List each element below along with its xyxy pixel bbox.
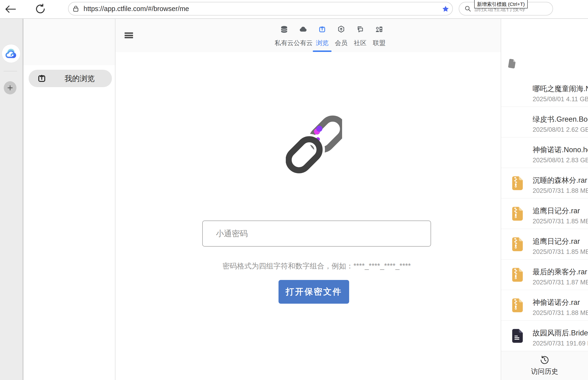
file-meta: 2025/07/31 1.85 MB (533, 218, 588, 225)
file-name: 神偷诺诺分.rar (533, 299, 588, 306)
dark-document-icon (512, 329, 523, 343)
tab-label: 社区 (354, 40, 367, 46)
file-history-panel: 哪吒之魔童闹海.Ne 2025/08/01 4.11 GB 绿皮书.Green.… (501, 19, 588, 380)
list-item[interactable]: 追鹰日记分.rar 2025/07/31 1.85 MB (501, 229, 588, 260)
list-item[interactable]: 绿皮书.Green.Book 2025/08/01 2.62 GB (501, 107, 588, 137)
menu-hamburger-button[interactable] (125, 32, 133, 38)
sidebar: 我的浏览 (23, 19, 115, 380)
rar-archive-icon (512, 207, 523, 221)
sidebar-item-label: 我的浏览 (57, 70, 112, 87)
search-icon (464, 5, 471, 12)
visit-history-label: 访问历史 (531, 367, 558, 376)
file-name: 哪吒之魔童闹海.Ne (533, 85, 588, 93)
member-icon (337, 25, 345, 34)
nav-tab[interactable]: 浏览 (313, 25, 331, 52)
database-icon (280, 25, 288, 34)
password-input[interactable] (202, 221, 431, 247)
tab-active-underline (294, 51, 313, 52)
rail-divider (3, 71, 17, 71)
sidebar-header-strip (23, 19, 115, 65)
file-meta: 2025/07/31 1.87 MB (533, 279, 588, 286)
tab-active-underline (370, 51, 389, 52)
nav-tab[interactable]: 会员 (332, 25, 350, 52)
file-meta: 2025/07/31 1.88 MB (533, 309, 588, 316)
list-item[interactable]: 沉睡的森林分.rar 2025/07/31 1.88 MB (501, 168, 588, 198)
new-tab-tooltip: 新增索引標籤 (Ctrl+T) (474, 0, 528, 8)
list-item[interactable]: 最后的乘客分.rar 2025/07/31 1.87 MB (501, 260, 588, 290)
visit-history-button[interactable]: 访问历史 (501, 351, 588, 380)
tab-active-underline (351, 51, 370, 52)
document-icon (508, 58, 517, 69)
bookmark-star-button[interactable] (442, 5, 449, 12)
app-logo[interactable] (2, 44, 20, 63)
rar-archive-icon (512, 237, 523, 251)
file-list: 哪吒之魔童闹海.Ne 2025/08/01 4.11 GB 绿皮书.Green.… (501, 76, 588, 351)
list-item[interactable]: 神偷诺诺分.rar 2025/07/31 1.88 MB (501, 290, 588, 321)
file-name: 故园风雨后.Bridesh (533, 329, 588, 337)
list-item[interactable]: 哪吒之魔童闹海.Ne 2025/08/01 4.11 GB (501, 76, 588, 107)
browse-icon (318, 25, 326, 34)
tab-label: 联盟 (373, 40, 386, 46)
share-square-icon (37, 74, 46, 83)
file-name: 追鹰日记分.rar (533, 207, 588, 215)
file-meta: 2025/07/31 1.88 MB (533, 187, 588, 194)
refresh-button[interactable] (35, 4, 46, 14)
open-secure-file-button[interactable]: 打开保密文件 (279, 280, 349, 304)
main-header: 私有云 公有云 浏览 会员 社区 联盟 (115, 19, 501, 52)
broken-chain-link-icon (286, 115, 342, 174)
star-icon (442, 5, 449, 12)
password-format-hint: 密码格式为四组字符和数字组合，例如：****_****_****_**** (202, 261, 431, 271)
file-name: 沉睡的森林分.rar (533, 176, 588, 184)
list-item[interactable]: 追鹰日记分.rar 2025/07/31 1.85 MB (501, 198, 588, 229)
plus-icon (7, 84, 14, 91)
file-name: 神偷诺诺.Nono.het (533, 146, 588, 154)
tab-label: 浏览 (316, 40, 328, 46)
tab-active-underline (275, 51, 294, 52)
file-meta: 2025/08/01 2.83 GB (533, 157, 588, 164)
tab-active-underline (313, 51, 332, 52)
cloud-logo-icon (4, 47, 18, 60)
tab-active-underline (332, 51, 351, 52)
cloud-icon (299, 25, 307, 34)
rar-archive-icon (512, 267, 523, 282)
sidebar-item-my-browse[interactable]: 我的浏览 (29, 70, 112, 87)
back-button[interactable] (5, 5, 16, 13)
list-item[interactable]: 故园风雨后.Bridesh 2025/07/31 191.69 M (501, 321, 588, 351)
history-icon (540, 355, 550, 365)
union-icon (375, 25, 383, 34)
rar-archive-icon (512, 176, 523, 190)
url-text: https://app.ctfile.com/#/browser/me (84, 5, 189, 13)
tab-label: 公有云 (294, 40, 313, 46)
add-button[interactable] (4, 81, 17, 95)
nav-tab[interactable]: 联盟 (370, 25, 388, 52)
address-bar[interactable]: https://app.ctfile.com/#/browser/me (68, 2, 453, 16)
browser-chrome: https://app.ctfile.com/#/browser/me 請按這裡… (0, 0, 588, 19)
nav-tabs: 私有云 公有云 浏览 会员 社区 联盟 (275, 25, 388, 52)
left-rail (0, 19, 23, 380)
file-meta: 2025/08/01 4.11 GB (533, 95, 588, 103)
file-name: 追鹰日记分.rar (533, 237, 588, 246)
tab-label: 会员 (335, 40, 347, 46)
lock-icon (73, 5, 79, 12)
community-icon (356, 25, 364, 34)
file-name: 最后的乘客分.rar (533, 268, 588, 276)
rar-archive-icon (512, 298, 523, 313)
file-meta: 2025/07/31 191.69 M (533, 340, 588, 347)
list-item[interactable]: 神偷诺诺.Nono.het 2025/08/01 2.83 GB (501, 137, 588, 168)
file-meta: 2025/07/31 1.85 MB (533, 248, 588, 255)
nav-tab[interactable]: 公有云 (294, 25, 312, 52)
tab-label: 私有云 (275, 40, 294, 46)
nav-tab[interactable]: 私有云 (275, 25, 293, 52)
nav-tab[interactable]: 社区 (351, 25, 369, 52)
file-meta: 2025/08/01 2.62 GB (533, 126, 588, 133)
file-name: 绿皮书.Green.Book (533, 115, 588, 123)
